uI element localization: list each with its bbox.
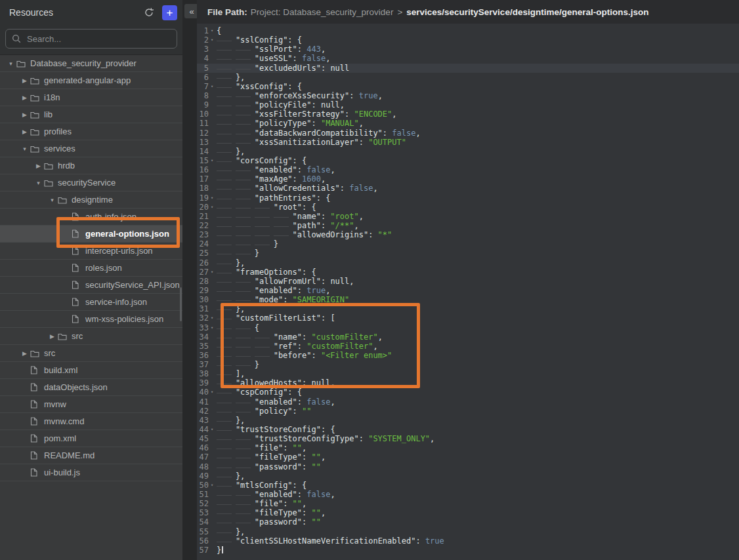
code-line-27[interactable]: 27▾"frameOptions": { [197,268,739,277]
code-line-43[interactable]: 43}, [197,416,739,425]
search-input[interactable] [26,33,171,45]
code-line-10[interactable]: 10"xssFilterStrategy": "ENCODE", [197,110,739,119]
code-line-4[interactable]: 4"useSSL": false, [197,54,739,63]
code-line-19[interactable]: 19▾"pathEntries": { [197,193,739,203]
code-line-56[interactable]: 56"clientSSLHostNameVerificationEnabled"… [197,536,739,546]
code-line-39[interactable]: 39"allowedHosts": null, [197,378,739,388]
chevron-down-icon[interactable]: ▾ [33,180,44,186]
chevron-down-icon[interactable]: ▾ [47,197,58,203]
code-line-40[interactable]: 40▾"cspConfig": { [197,388,739,397]
code-line-17[interactable]: 17"maxAge": 1600, [197,174,739,184]
code-line-38[interactable]: 38], [197,369,739,378]
code-line-55[interactable]: 55}, [197,527,739,536]
code-line-57[interactable]: 57} [197,546,739,555]
code-line-3[interactable]: 3"sslPort": 443, [197,45,739,54]
sidebar-item-securityservice-api-json[interactable]: securityService_API.json [0,277,182,294]
code-editor[interactable]: 1▾{2▾"sslConfig": {3"sslPort": 443,4"use… [197,24,739,560]
code-line-8[interactable]: 8"enforceXssSecurity": true, [197,91,739,100]
code-line-1[interactable]: 1▾{ [197,26,739,35]
chevron-down-icon[interactable]: ▾ [5,60,16,67]
fold-toggle-icon[interactable]: ▾ [209,425,215,434]
sidebar-item-intercept-urls-json[interactable]: intercept-urls.json [0,243,182,260]
chevron-right-icon[interactable]: ▶ [19,350,30,357]
code-line-2[interactable]: 2▾"sslConfig": { [197,35,739,45]
code-line-11[interactable]: 11"policyType": "MANUAL", [197,119,739,128]
fold-toggle-icon[interactable]: ▾ [209,156,215,165]
code-line-6[interactable]: 6}, [197,73,739,82]
sidebar-item-services[interactable]: ▾services [0,140,182,157]
code-line-53[interactable]: 53"fileType": "", [197,508,739,517]
code-line-30[interactable]: 30"mode": "SAMEORIGIN" [197,295,739,304]
sidebar-item-general-options-json[interactable]: general-options.json [0,226,182,243]
code-line-52[interactable]: 52"file": "", [197,499,739,508]
code-line-13[interactable]: 13"xssSanitizationLayer": "OUTPUT" [197,138,739,147]
code-line-24[interactable]: 24} [197,239,739,249]
code-line-33[interactable]: 33▾{ [197,323,739,332]
code-line-50[interactable]: 50▾"mtlsConfig": { [197,481,739,490]
code-line-42[interactable]: 42"policy": "" [197,407,739,416]
code-line-48[interactable]: 48"password": "" [197,462,739,471]
code-line-18[interactable]: 18"allowCredentials": false, [197,184,739,193]
code-line-25[interactable]: 25} [197,249,739,258]
fold-toggle-icon[interactable]: ▾ [209,35,215,45]
code-line-21[interactable]: 21"name": "root", [197,212,739,221]
sidebar-item-service-info-json[interactable]: service-info.json [0,294,182,311]
refresh-button[interactable] [141,5,157,20]
chevron-right-icon[interactable]: ▶ [33,163,44,169]
sidebar-item-roles-json[interactable]: roles.json [0,260,182,277]
code-line-12[interactable]: 12"dataBackwardCompatibility": false, [197,129,739,138]
sidebar-item-dataobjects-json[interactable]: dataObjects.json [0,379,182,396]
code-line-47[interactable]: 47"fileType": "", [197,452,739,462]
fold-toggle-icon[interactable]: ▾ [209,193,215,203]
fold-toggle-icon[interactable]: ▾ [209,82,215,91]
sidebar-scrollbar-thumb[interactable] [180,287,182,321]
sidebar-item-database-security-provider[interactable]: ▾Database_security_provider [0,55,182,72]
add-resource-button[interactable]: + [162,5,177,20]
sidebar-item-generated-angular-app[interactable]: ▶generated-angular-app [0,72,182,89]
sidebar-item-profiles[interactable]: ▶profiles [0,123,182,140]
code-line-49[interactable]: 49}, [197,471,739,481]
code-line-14[interactable]: 14}, [197,147,739,156]
code-line-23[interactable]: 23"allowedOrigins": "*" [197,230,739,239]
fold-toggle-icon[interactable]: ▾ [209,481,215,490]
sidebar-item-lib[interactable]: ▶lib [0,106,182,123]
chevron-right-icon[interactable]: ▶ [19,111,30,118]
search-box[interactable] [5,29,177,49]
sidebar-item-designtime[interactable]: ▾designtime [0,191,182,209]
sidebar-item-hrdb[interactable]: ▶hrdb [0,157,182,174]
code-line-20[interactable]: 20▾"root": { [197,203,739,212]
chevron-down-icon[interactable]: ▾ [19,146,30,152]
code-line-5[interactable]: 5"excludedUrls": null [197,64,739,73]
chevron-right-icon[interactable]: ▶ [19,94,30,101]
sidebar-item-readme-md[interactable]: README.md [0,447,182,464]
fold-toggle-icon[interactable]: ▾ [209,313,215,323]
code-line-29[interactable]: 29"enabled": true, [197,286,739,295]
sidebar-item-pom-xml[interactable]: pom.xml [0,430,182,447]
chevron-right-icon[interactable]: ▶ [19,129,30,135]
fold-toggle-icon[interactable]: ▾ [209,323,215,332]
code-line-15[interactable]: 15▾"corsConfig": { [197,156,739,165]
fold-toggle-icon[interactable]: ▾ [209,26,215,35]
code-line-41[interactable]: 41"enabled": false, [197,397,739,407]
code-line-37[interactable]: 37} [197,360,739,369]
code-line-7[interactable]: 7▾"xssConfig": { [197,82,739,91]
code-line-9[interactable]: 9"policyFile": null, [197,100,739,110]
sidebar-item-ui-build-js[interactable]: ui-build.js [0,464,182,481]
fold-toggle-icon[interactable]: ▾ [209,268,215,277]
sidebar-item-auth-info-json[interactable]: auth-info.json [0,209,182,226]
code-line-31[interactable]: 31}, [197,304,739,313]
sidebar-item-mvnw[interactable]: mvnw [0,396,182,413]
sidebar-item-src[interactable]: ▶src [0,328,182,345]
sidebar-item-wm-xss-policies-json[interactable]: wm-xss-policies.json [0,311,182,328]
sidebar-item-src[interactable]: ▶src [0,345,182,362]
code-line-34[interactable]: 34"name": "customFilter", [197,332,739,342]
code-line-51[interactable]: 51"enabled": false, [197,490,739,499]
code-line-35[interactable]: 35"ref": "customFilter", [197,342,739,351]
code-line-26[interactable]: 26}, [197,258,739,268]
code-line-54[interactable]: 54"password": "" [197,517,739,527]
chevron-right-icon[interactable]: ▶ [47,333,58,340]
sidebar-item-build-xml[interactable]: build.xml [0,362,182,379]
code-line-32[interactable]: 32▾"customFilterList": [ [197,313,739,323]
sidebar-item-i18n[interactable]: ▶i18n [0,89,182,106]
code-line-36[interactable]: 36"before": "<Filter enum>" [197,351,739,360]
